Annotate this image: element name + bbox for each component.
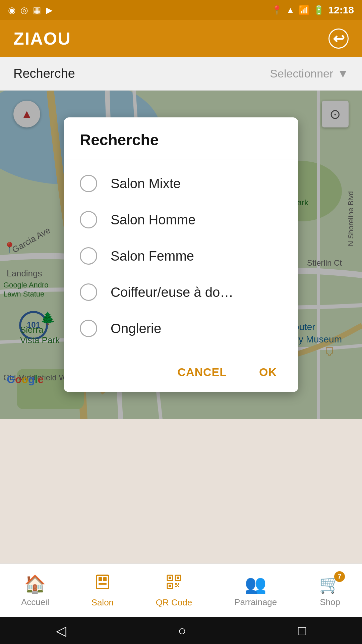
option-label-salon-homme: Salon Homme [111,212,195,227]
option-label-onglerie: Onglerie [111,321,161,336]
option-label-coiffeur: Coiffeur/euse à do… [111,285,233,300]
option-coiffeur[interactable]: Coiffeur/euse à do… [64,274,298,310]
dialog-actions: CANCEL OK [64,352,298,392]
app-icon-2: ◎ [20,5,28,15]
nav-label-salon: Salon [92,597,114,608]
nav-label-accueil: Accueil [21,597,49,607]
svg-rect-18 [175,586,177,587]
logout-button[interactable]: ↩ [328,29,349,49]
svg-rect-19 [178,586,179,587]
app-icon-3: ▦ [33,5,41,15]
app-icon-4: ▶ [46,5,53,15]
radio-coiffeur[interactable] [80,283,97,301]
chevron-down-icon: ▼ [337,67,349,80]
android-nav-bar: ◁ ○ □ [0,617,362,644]
qrcode-icon [165,573,183,595]
status-bar: ◉ ◎ ▦ ▶ 📍 ▲ 📶 🔋 12:18 [0,0,362,20]
dialog-options-list: Salon Mixte Salon Homme Salon Femme Coif… [64,160,298,352]
nav-item-salon[interactable]: Salon [92,573,114,608]
back-button[interactable]: ◁ [56,623,66,638]
shop-badge: 7 [334,571,345,582]
bottom-nav: 🏠 Accueil Salon [0,564,362,617]
parrainage-icon: 👥 [245,574,266,594]
app-bar: ZIAOU ↩ [0,20,362,57]
svg-rect-11 [169,577,171,579]
search-bar: Recherche Selectionner ▼ [0,57,362,91]
search-dialog: Recherche Salon Mixte Salon Homme Salon … [64,117,298,392]
nav-label-shop: Shop [320,597,340,607]
ok-button[interactable]: OK [251,360,285,384]
nav-item-parrainage[interactable]: 👥 Parrainage [234,574,277,607]
search-label: Recherche [13,66,75,81]
dialog-overlay: Recherche Salon Mixte Salon Homme Salon … [0,91,362,419]
salon-icon [94,573,111,595]
app-icon-1: ◉ [8,5,16,15]
option-salon-homme[interactable]: Salon Homme [64,202,298,238]
selector-button[interactable]: Selectionner ▼ [270,67,349,80]
radio-onglerie[interactable] [80,320,97,337]
status-bar-left-icons: ◉ ◎ ▦ ▶ [8,5,53,15]
status-time: 12:18 [328,4,354,16]
home-button[interactable]: ○ [178,623,186,638]
option-salon-mixte[interactable]: Salon Mixte [64,165,298,202]
dialog-title: Recherche [64,117,298,160]
recents-button[interactable]: □ [298,623,306,638]
battery-icon: 🔋 [313,5,324,15]
svg-rect-13 [177,577,179,579]
nav-item-accueil[interactable]: 🏠 Accueil [21,574,49,607]
app-title: ZIAOU [13,29,71,49]
radio-salon-mixte[interactable] [80,175,97,192]
home-icon: 🏠 [24,574,46,594]
nav-label-parrainage: Parrainage [234,597,277,607]
location-icon: 📍 [272,5,282,15]
logout-icon: ↩ [333,31,345,47]
map-container: 101 Garcia Ave Stierlin Ct N Shoreline B… [0,91,362,419]
svg-rect-16 [175,583,177,585]
svg-rect-17 [178,583,179,585]
radio-salon-homme[interactable] [80,211,97,228]
option-onglerie[interactable]: Onglerie [64,310,298,346]
svg-rect-20 [177,585,178,586]
selector-text: Selectionner [270,67,333,80]
svg-rect-15 [169,585,171,587]
cancel-button[interactable]: CANCEL [169,360,235,384]
svg-rect-7 [99,577,102,581]
radio-salon-femme[interactable] [80,247,97,265]
svg-rect-8 [103,577,107,581]
option-label-salon-mixte: Salon Mixte [111,176,181,191]
option-label-salon-femme: Salon Femme [111,249,194,264]
status-bar-right-icons: 📍 ▲ 📶 🔋 12:18 [272,4,354,16]
nav-item-qrcode[interactable]: QR Code [156,573,192,608]
wifi-icon: ▲ [286,5,295,15]
nav-label-qrcode: QR Code [156,597,192,608]
svg-rect-9 [99,583,107,585]
option-salon-femme[interactable]: Salon Femme [64,238,298,274]
nav-item-shop[interactable]: 🛒 7 Shop [319,574,341,607]
signal-icon: 📶 [299,5,309,15]
svg-rect-6 [97,575,109,589]
